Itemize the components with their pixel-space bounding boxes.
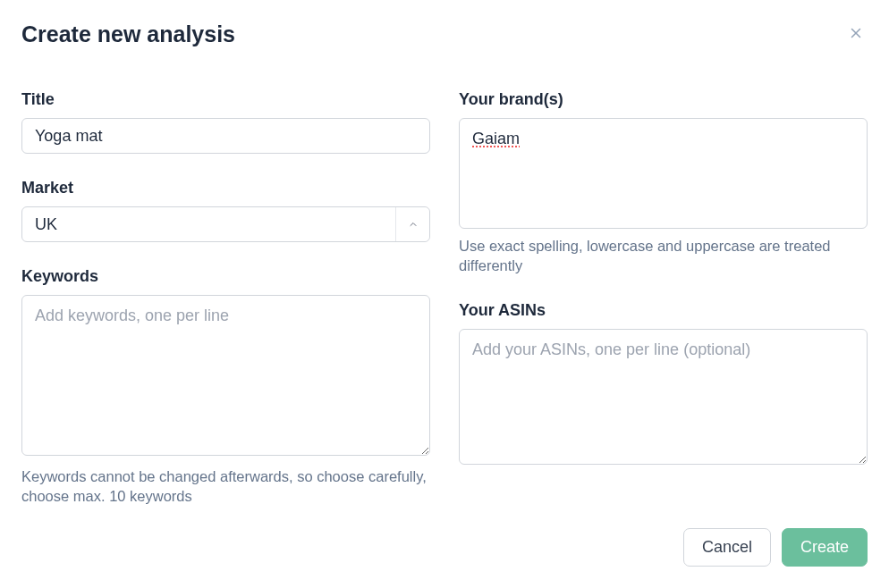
- title-input[interactable]: [21, 118, 430, 154]
- brands-label: Your brand(s): [459, 90, 868, 109]
- form-grid: Title Market UK Keywords Keywords cannot…: [21, 90, 868, 532]
- create-button[interactable]: Create: [782, 528, 868, 567]
- modal-footer: Cancel Create: [683, 528, 868, 567]
- brands-helper-text: Use exact spelling, lowercase and upperc…: [459, 236, 868, 276]
- title-group: Title: [21, 90, 430, 154]
- asins-label: Your ASINs: [459, 301, 868, 320]
- asins-textarea[interactable]: [459, 329, 868, 465]
- market-select[interactable]: UK: [21, 206, 430, 242]
- brands-textarea[interactable]: Gaiam: [459, 118, 868, 229]
- keywords-label: Keywords: [21, 267, 430, 286]
- market-label: Market: [21, 179, 430, 197]
- modal-header: Create new analysis: [21, 21, 868, 47]
- brands-value: Gaiam: [472, 130, 520, 147]
- keywords-textarea[interactable]: [21, 295, 430, 456]
- brands-group: Your brand(s) Gaiam Use exact spelling, …: [459, 90, 868, 276]
- close-icon: [848, 25, 864, 41]
- title-label: Title: [21, 90, 430, 109]
- close-button[interactable]: [844, 21, 868, 45]
- modal-title: Create new analysis: [21, 21, 235, 47]
- left-column: Title Market UK Keywords Keywords cannot…: [21, 90, 430, 532]
- keywords-group: Keywords Keywords cannot be changed afte…: [21, 267, 430, 507]
- cancel-button[interactable]: Cancel: [683, 528, 771, 567]
- market-group: Market UK: [21, 179, 430, 242]
- right-column: Your brand(s) Gaiam Use exact spelling, …: [459, 90, 868, 493]
- market-select-wrapper: UK: [21, 206, 430, 242]
- keywords-helper-text: Keywords cannot be changed afterwards, s…: [21, 466, 430, 507]
- asins-group: Your ASINs: [459, 301, 868, 468]
